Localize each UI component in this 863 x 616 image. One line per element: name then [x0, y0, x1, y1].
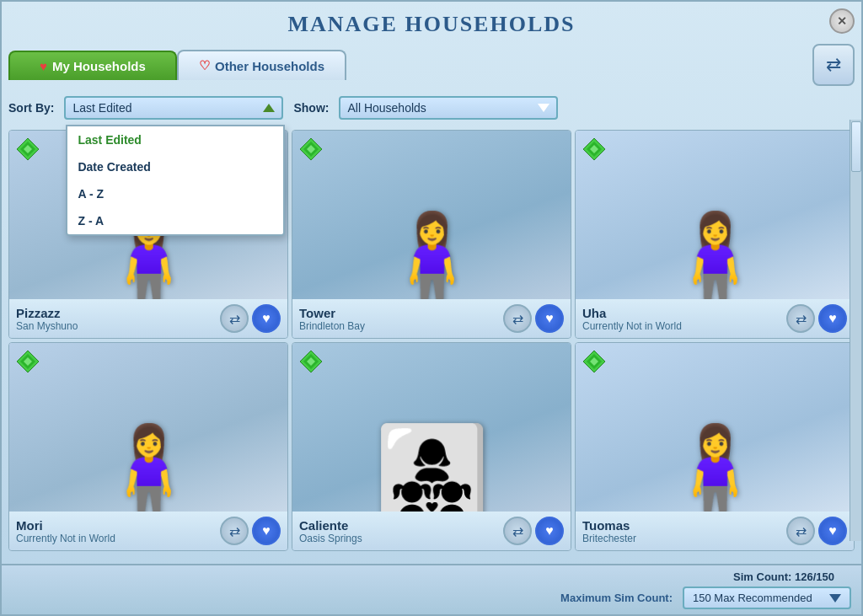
card-info-tuomas: Tuomas Britechester ⇄ ♥ [576, 512, 854, 550]
card-text-uha: Uha Currently Not in World [582, 306, 786, 332]
title-bar: Manage Households ✕ [2, 2, 861, 44]
sim-count-row: Sim Count: 126/150 [12, 570, 851, 583]
love-btn-pizzazz[interactable]: ♥ [252, 304, 281, 333]
sim-figure-tower: 🧍‍♀️ [292, 131, 571, 299]
card-image-tuomas: 🧍‍♀️ [576, 343, 854, 512]
card-info-caliente: Caliente Oasis Springs ⇄ ♥ [292, 512, 571, 550]
sort-value: Last Edited [72, 101, 131, 115]
max-sim-row: Maximum Sim Count: 150 Max Recommended [12, 587, 851, 609]
refresh-icon: ⇄ [826, 54, 841, 76]
show-value: All Households [347, 101, 426, 115]
plumbob-tower [299, 137, 323, 161]
sim-figure-uha: 🧍‍♀️ [576, 131, 854, 299]
card-location-caliente: Oasis Springs [299, 533, 503, 544]
love-btn-tower[interactable]: ♥ [535, 304, 564, 333]
card-location-pizzazz: San Myshuno [16, 320, 220, 332]
max-sim-label: Maximum Sim Count: [560, 592, 673, 604]
card-info-tower: Tower Brindleton Bay ⇄ ♥ [292, 299, 571, 338]
sort-option-z-a[interactable]: Z - A [67, 207, 283, 234]
tab-other-households[interactable]: ♡ Other Households [177, 50, 346, 80]
card-name-pizzazz: Pizzazz [16, 306, 220, 320]
refresh-button[interactable]: ⇄ [812, 44, 855, 86]
move-btn-tower[interactable]: ⇄ [503, 304, 532, 333]
love-btn-mori[interactable]: ♥ [252, 517, 281, 545]
sort-option-date-created[interactable]: Date Created [67, 153, 283, 180]
card-location-mori: Currently Not in World [16, 533, 220, 544]
show-dropdown-arrow [538, 104, 549, 112]
tab-my-households[interactable]: ♥ My Households [8, 51, 177, 80]
scrollbar-thumb[interactable] [851, 121, 861, 172]
plumbob-uha [582, 137, 606, 161]
move-btn-pizzazz[interactable]: ⇄ [220, 304, 249, 333]
love-btn-uha[interactable]: ♥ [818, 304, 847, 333]
card-info-mori: Mori Currently Not in World ⇄ ♥ [9, 512, 287, 550]
tabs-row: ♥ My Households ♡ Other Households ⇄ [2, 44, 861, 86]
card-text-tuomas: Tuomas Britechester [582, 518, 786, 544]
household-card-uha[interactable]: 🧍‍♀️ Uha Currently Not in World ⇄ ♥ [575, 130, 855, 339]
card-actions-mori: ⇄ ♥ [220, 517, 281, 545]
show-label: Show: [293, 101, 329, 115]
household-card-caliente[interactable]: 👩‍👧‍👧 Caliente Oasis Springs ⇄ ♥ [292, 342, 571, 551]
card-location-uha: Currently Not in World [582, 320, 786, 332]
scrollbar[interactable] [850, 120, 861, 541]
heart-outline-icon: ♡ [199, 58, 210, 73]
sim-figure-tuomas: 🧍‍♀️ [576, 343, 854, 512]
card-location-tuomas: Britechester [582, 533, 786, 544]
love-btn-caliente[interactable]: ♥ [535, 517, 564, 545]
card-actions-tuomas: ⇄ ♥ [786, 517, 847, 545]
household-card-tuomas[interactable]: 🧍‍♀️ Tuomas Britechester ⇄ ♥ [575, 342, 855, 551]
max-sim-dropdown[interactable]: 150 Max Recommended [683, 587, 851, 609]
card-image-tower: 🧍‍♀️ [292, 131, 571, 299]
sim-count-text: Sim Count: 126/150 [733, 570, 834, 583]
plumbob-tuomas [582, 350, 606, 373]
controls-row: Sort By: Last Edited Last Edited Date Cr… [2, 93, 861, 123]
move-btn-mori[interactable]: ⇄ [220, 517, 249, 545]
card-text-tower: Tower Brindleton Bay [299, 306, 503, 332]
max-sim-value: 150 Max Recommended [693, 592, 812, 604]
max-dropdown-arrow [829, 594, 841, 603]
sort-option-last-edited[interactable]: Last Edited [67, 126, 283, 153]
card-name-tower: Tower [299, 306, 503, 320]
card-actions-caliente: ⇄ ♥ [503, 517, 564, 545]
sort-option-a-z[interactable]: A - Z [67, 180, 283, 207]
manage-households-window: Manage Households ✕ ♥ My Households ♡ Ot… [0, 0, 863, 616]
card-image-uha: 🧍‍♀️ [576, 131, 854, 299]
card-info-uha: Uha Currently Not in World ⇄ ♥ [576, 299, 854, 338]
tab-my-households-label: My Households [52, 59, 146, 73]
plumbob-pizzazz [16, 137, 40, 161]
card-name-mori: Mori [16, 518, 220, 533]
sort-dropdown-arrow [263, 104, 275, 112]
household-card-mori[interactable]: 🧍‍♀️ Mori Currently Not in World ⇄ ♥ [8, 342, 288, 551]
sim-figure-mori: 🧍‍♀️ [9, 343, 287, 512]
card-actions-uha: ⇄ ♥ [786, 304, 847, 333]
heart-icon: ♥ [40, 59, 47, 73]
sim-figure-caliente: 👩‍👧‍👧 [292, 343, 571, 512]
close-icon: ✕ [837, 14, 847, 28]
close-button[interactable]: ✕ [829, 8, 855, 34]
card-text-caliente: Caliente Oasis Springs [299, 518, 503, 544]
card-text-mori: Mori Currently Not in World [16, 518, 220, 544]
move-btn-tuomas[interactable]: ⇄ [786, 517, 815, 545]
card-info-pizzazz: Pizzazz San Myshuno ⇄ ♥ [9, 299, 287, 338]
plumbob-mori [16, 350, 40, 373]
household-card-tower[interactable]: 🧍‍♀️ Tower Brindleton Bay ⇄ ♥ [292, 130, 571, 339]
card-actions-pizzazz: ⇄ ♥ [220, 304, 281, 333]
sort-label: Sort By: [8, 101, 54, 115]
move-btn-uha[interactable]: ⇄ [786, 304, 815, 333]
show-dropdown[interactable]: All Households [339, 96, 558, 120]
card-name-uha: Uha [582, 306, 786, 320]
card-actions-tower: ⇄ ♥ [503, 304, 564, 333]
card-name-tuomas: Tuomas [582, 518, 786, 533]
sort-dropdown[interactable]: Last Edited Last Edited Date Created A -… [64, 96, 283, 120]
page-title: Manage Households [2, 12, 861, 37]
move-btn-caliente[interactable]: ⇄ [503, 517, 532, 545]
card-location-tower: Brindleton Bay [299, 320, 503, 332]
tab-other-households-label: Other Households [215, 59, 324, 73]
card-image-mori: 🧍‍♀️ [9, 343, 287, 512]
sort-dropdown-menu: Last Edited Date Created A - Z Z - A [66, 125, 285, 236]
card-text-pizzazz: Pizzazz San Myshuno [16, 306, 220, 332]
card-name-caliente: Caliente [299, 518, 503, 533]
love-btn-tuomas[interactable]: ♥ [818, 517, 847, 545]
plumbob-caliente [299, 350, 323, 373]
card-image-caliente: 👩‍👧‍👧 [292, 343, 571, 512]
